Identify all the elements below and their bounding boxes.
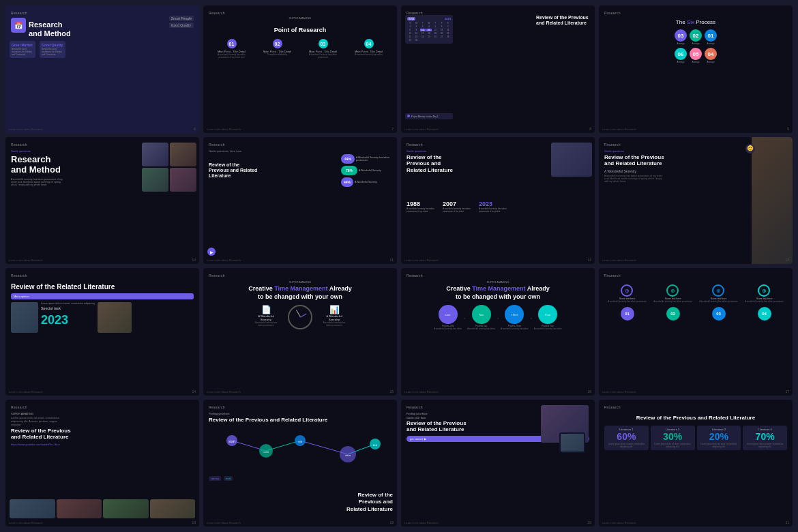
slide-6-bars: 44% A Wonderful Serenity has taken posse… bbox=[341, 154, 393, 187]
slide-16-footer: Learn more about Research bbox=[602, 521, 636, 524]
slide-12-nums: 01 02 03 04 bbox=[604, 307, 787, 321]
slide-10-number: 15 bbox=[389, 389, 394, 394]
slide-13-label: Research bbox=[11, 405, 194, 409]
bar-78: 78% A Wonderful Serenity bbox=[341, 166, 393, 175]
svg-text:start: start bbox=[228, 439, 235, 443]
slide-2-subtitle: SUPER AMAZING bbox=[209, 16, 391, 20]
slide-2-item-1: 01 Main Point - Title Detail A wonderful… bbox=[215, 39, 249, 59]
slide-8-emoji: 😊 bbox=[745, 144, 755, 153]
tag-quality: Good Quality bbox=[169, 23, 194, 28]
cal-year: 2023 bbox=[445, 17, 451, 20]
slide-8-title: Review of the Previous and Related Liter… bbox=[604, 154, 666, 167]
photo-thumb-2 bbox=[57, 499, 102, 518]
slide-4-label: Research bbox=[604, 11, 787, 15]
photo-4 bbox=[170, 168, 196, 192]
slide-1-title: Research and Method bbox=[29, 20, 71, 38]
proc-one: One Process One A wonderful serenity has… bbox=[434, 305, 462, 330]
bar-44-1: 44% A Wonderful Serenity has taken posse… bbox=[341, 154, 393, 164]
slide-13: Research SUPER AMAZING Lorem ipsum dolor… bbox=[5, 400, 199, 527]
proc-three: Three Process Three A wonderful serenity… bbox=[501, 305, 529, 330]
slide-9-text: Lorem ipsum dolor sit amet, consectetur … bbox=[41, 302, 95, 333]
icon-item-2: ⊕ Some text here A wonderful serenity ha… bbox=[653, 284, 692, 303]
slide-16: Research Review of the Previous and Rela… bbox=[599, 400, 793, 527]
slide-15-title: Review of the Previous and Related Liter… bbox=[407, 420, 468, 433]
photo-2 bbox=[170, 143, 196, 166]
col-lit4: Literature 4 70% Lorem ipsum dolor sit a… bbox=[743, 426, 787, 450]
slide-14-bottom-title: Review of the Previous and Related Liter… bbox=[338, 492, 393, 513]
num-02: 02 bbox=[666, 307, 680, 321]
slide-10-clock bbox=[288, 305, 312, 329]
slide-9-label: Research bbox=[11, 274, 194, 278]
cal-grid: SMTWTFS 1234567 891011121314 15161718192… bbox=[407, 22, 451, 42]
slide-8-footer: Learn more about Research bbox=[602, 258, 636, 262]
slide-16-number: 21 bbox=[785, 520, 789, 524]
cal-month: Sept bbox=[407, 17, 415, 20]
slide-14-title: Review of the Previous and Related Liter… bbox=[209, 417, 391, 424]
bar-44-1-pct: 44% bbox=[341, 154, 355, 164]
col-lit1: Literature 1 60% Lorem ipsum dolor sit a… bbox=[604, 426, 649, 450]
slide-2-title: Point of Research bbox=[209, 27, 391, 33]
slide-3: Research Review of the Previous and Rela… bbox=[401, 5, 595, 133]
circle-02: 02 Average bbox=[690, 29, 702, 45]
slide-11-title: Creative Time Management Alreadyto be ch… bbox=[407, 285, 589, 301]
slide-3-title: Review of the Previous and Related Liter… bbox=[536, 15, 591, 27]
slide-12-number: 17 bbox=[785, 389, 789, 394]
num-03: 03 bbox=[712, 307, 726, 321]
slide-2-item-3: 03 Main Point - Title Detail A wonderful… bbox=[306, 39, 340, 59]
slide-5-number: 10 bbox=[192, 258, 196, 262]
slide-13-title: Review of the Previous and Related Liter… bbox=[11, 428, 72, 441]
slide-9-opinion: Main opinion bbox=[11, 293, 194, 299]
proc-two: Two Process Two A wonderful serenity has… bbox=[467, 305, 495, 330]
flow-chart-svg: start node mid data end bbox=[209, 427, 391, 475]
slide-9-img1 bbox=[11, 302, 38, 333]
item-4-num: 04 bbox=[364, 39, 374, 48]
slide-2-item-2: 02 Main Point - Title Detail Complete in… bbox=[261, 39, 295, 59]
item-2-num: 02 bbox=[273, 39, 282, 48]
slide-9-footer: Learn more about Research bbox=[9, 390, 43, 394]
slide-13-footer: Learn more about Research bbox=[9, 521, 43, 524]
slide-1: Research 📅 Smart People Good Quality Res… bbox=[5, 5, 199, 133]
arrow-2: › bbox=[497, 316, 499, 320]
slide-3-footer: Learn more about Research bbox=[404, 128, 439, 131]
slide-9-year: 2023 bbox=[41, 313, 95, 327]
card-gm-title: Great Market bbox=[12, 43, 33, 47]
slide-8-number: 13 bbox=[785, 258, 789, 262]
slide-4-circles-row2: 06 Average 05 Average 04 Average bbox=[604, 48, 787, 63]
slide-10-item-1: 📄 A Wonderful Serenity A wonderful seren… bbox=[252, 305, 280, 329]
slide-2-label: Research bbox=[209, 11, 391, 15]
svg-text:data: data bbox=[345, 454, 351, 457]
slide-6-guide: Guide questions, here here bbox=[209, 149, 391, 153]
slide-8-photo bbox=[752, 137, 793, 265]
svg-text:mid: mid bbox=[298, 440, 302, 443]
photo-3 bbox=[142, 168, 168, 192]
slide-6-footer: Learn more about Research bbox=[207, 258, 241, 262]
year-2023: 2023 A wonderful serenity has taken poss… bbox=[479, 201, 509, 213]
slide-5-photos bbox=[142, 143, 196, 192]
slide-12: Research ⊕ Some text here A wonderful se… bbox=[599, 268, 793, 396]
item-3-num: 03 bbox=[319, 39, 328, 48]
slide-grid: Research 📅 Smart People Good Quality Res… bbox=[0, 0, 798, 532]
slide-9-number: 14 bbox=[192, 389, 196, 394]
year-2007: 2007 A wonderful serenity has taken poss… bbox=[443, 201, 473, 213]
slide-6: Research Guide questions, here here Revi… bbox=[203, 137, 397, 265]
slide-2-items: 01 Main Point - Title Detail A wonderful… bbox=[209, 39, 391, 59]
slide-15: Research Finding your face Guide your fa… bbox=[401, 400, 595, 527]
slide-1-icon: 📅 bbox=[11, 18, 26, 33]
slide-11: Research SUPER AMAZING Creative Time Man… bbox=[401, 268, 595, 396]
cal-header: Sept 2023 bbox=[407, 17, 451, 20]
slide-11-number: 16 bbox=[587, 389, 591, 394]
slide-9-special: Special task bbox=[41, 306, 95, 310]
slide-9-content: Lorem ipsum dolor sit amet, consectetur … bbox=[11, 302, 194, 333]
photo-thumb-4 bbox=[150, 499, 196, 518]
slide-16-title: Review of the Previous and Related Liter… bbox=[604, 415, 787, 422]
icon-item-3: ⊕ Some text here A wonderful serenity ha… bbox=[699, 284, 738, 303]
slide-3-number: 8 bbox=[589, 127, 591, 131]
slide-1-card-gm: Great Market Behind the word mountains, … bbox=[10, 41, 35, 58]
circle-01: 01 Average bbox=[705, 29, 717, 45]
arrow-3: › bbox=[531, 316, 532, 320]
slide-9-img2 bbox=[98, 302, 132, 333]
slide-13-link: https://www.youtube.com/watch?v= &t=s bbox=[11, 443, 194, 446]
icon-item-1: ⊕ Some text here A wonderful serenity ha… bbox=[608, 284, 647, 303]
slide-11-guide: SUPER AMAZING bbox=[407, 280, 589, 284]
col-lit2: Literature 2 30% Lorem ipsum dolor sit a… bbox=[651, 426, 695, 450]
